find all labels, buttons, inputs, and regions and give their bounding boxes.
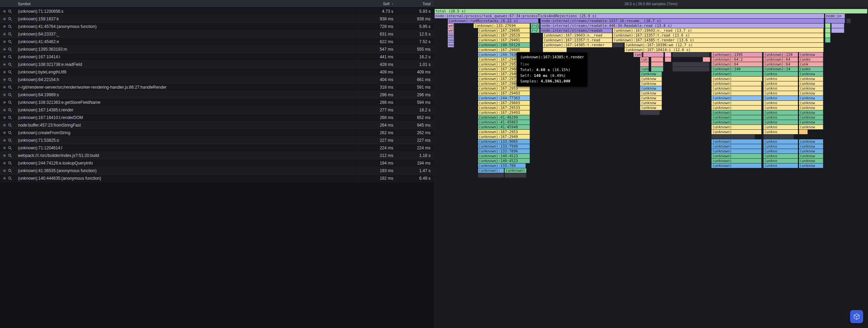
expand-icon[interactable] [2, 62, 7, 67]
flame-bar[interactable]: /~/ [531, 28, 539, 33]
flame-bar[interactable]: (unknown):167:29493 [478, 110, 530, 115]
flame-bar[interactable]: (unknown) [711, 130, 761, 134]
flame-bar[interactable]: (unknown):64 [764, 62, 798, 67]
flame-bar[interactable] [847, 19, 851, 23]
flame-bar[interactable] [825, 28, 830, 33]
flame-bar[interactable]: (unknow [799, 77, 823, 81]
flame-bar[interactable]: (unknown):167:29493 [478, 72, 530, 76]
flame-bar[interactable]: (unknown) [711, 163, 761, 168]
expand-icon[interactable] [2, 153, 7, 158]
flame-bar[interactable]: (unknown):167:14385:t.render [543, 43, 612, 47]
flame-bar[interactable]: node [448, 38, 454, 42]
flame-bar[interactable]: (unknown):167:29605 [478, 67, 530, 71]
flame-bar[interactable] [651, 57, 663, 62]
flame-bar[interactable]: (unk [799, 62, 823, 67]
expand-icon[interactable] [2, 176, 7, 181]
flame-bar[interactable]: (unknow [640, 91, 662, 96]
table-row[interactable]: (unknown):41:45462:e 622 ms 7.52 s [0, 38, 434, 46]
flame-bar[interactable]: (unknown):167:29519 [478, 33, 530, 38]
table-row[interactable]: (unknown):108:321738:e.readField 428 ms … [0, 61, 434, 68]
flame-bar[interactable] [703, 57, 710, 62]
search-icon[interactable] [8, 100, 12, 105]
expand-icon[interactable] [2, 85, 7, 90]
search-icon[interactable] [8, 39, 12, 44]
flame-bar[interactable]: (unknown): [505, 168, 526, 173]
search-icon[interactable] [8, 92, 12, 97]
search-icon[interactable] [8, 153, 12, 158]
flame-bar[interactable]: webpac [448, 23, 454, 28]
flame-bar[interactable]: (unknown) [711, 96, 761, 100]
col-self[interactable]: Self ↓ [358, 2, 396, 6]
flame-bar[interactable]: (unkno [764, 72, 798, 76]
flame-bar[interactable]: (unkno [764, 120, 798, 125]
flame-bar[interactable]: (unknown):133:789 [478, 163, 526, 168]
search-icon[interactable] [8, 85, 12, 90]
expand-icon[interactable] [2, 47, 7, 52]
flame-bar[interactable]: (unknown):167:29519 [478, 62, 530, 67]
flame-bar[interactable]: (unknown): [478, 168, 504, 173]
search-icon[interactable] [8, 47, 12, 52]
flame-bar[interactable]: node:internal/streams/readable:446:34:Re… [541, 23, 824, 28]
expand-icon[interactable] [2, 77, 7, 82]
flame-bar[interactable]: (unknown):167:2949 [478, 135, 530, 139]
flame-bar[interactable]: (unknow [799, 144, 823, 149]
flame-bar[interactable]: (unknown):167:29603 [478, 101, 530, 105]
flame-bar[interactable]: (unkn [640, 67, 649, 71]
search-icon[interactable] [8, 54, 12, 59]
flame-bar[interactable]: (unknown):runMicrotasks (6.22 s) [448, 19, 539, 23]
table-row[interactable]: (unknown):41:45784:(anonymous function) … [0, 23, 434, 30]
flame-bar[interactable] [711, 135, 755, 139]
flame-bar[interactable]: (unknown) [711, 125, 761, 129]
expand-icon[interactable] [2, 168, 7, 173]
search-icon[interactable] [8, 146, 12, 150]
flame-bar[interactable]: (unknown):167:2953 [478, 130, 530, 134]
flame-bar[interactable]: (unknown):41:46299 [478, 115, 530, 120]
flame-bar[interactable]: node [448, 43, 454, 47]
table-body[interactable]: (unknown):71:1200656:s 4.73 s 5.93 s (un… [0, 8, 434, 328]
flame-bar[interactable]: (unkno [764, 81, 798, 86]
table-row[interactable]: (unknown):64:22154:h 404 ms 661 ms [0, 76, 434, 83]
flame-bar[interactable]: (unknown):244:77363 [478, 96, 530, 100]
table-row[interactable]: (unknown):167:14385:t.render 277 ms 18.2… [0, 106, 434, 114]
table-row[interactable]: (unknown):159:1637:k 938 ms 938 ms [0, 15, 434, 23]
flame-bar[interactable]: (unknown):167:29493 [478, 91, 530, 96]
flame-bar[interactable]: (unknow [799, 139, 823, 144]
expand-icon[interactable] [2, 54, 7, 59]
flame-bar[interactable]: (unkno [764, 163, 798, 168]
flame-bar[interactable]: (unkno [764, 139, 798, 144]
table-row[interactable]: (unknown):64:23337:_ 631 ms 12.5 s [0, 30, 434, 38]
flame-bar[interactable] [478, 173, 504, 178]
flame-bar[interactable] [825, 38, 830, 42]
table-row[interactable]: (unknown):244:74126:e.lookupQueryInfo 19… [0, 159, 434, 167]
flame-bar[interactable]: (unkn [799, 67, 823, 71]
flame-bar[interactable] [673, 62, 709, 67]
flame-bar[interactable]: (unknown):167:14385:t.render (13.6 s) [613, 38, 824, 42]
flame-bar[interactable]: /~/gi [531, 23, 539, 28]
flame-bar[interactable]: (unkno [764, 154, 798, 158]
flame-bar[interactable] [651, 62, 663, 67]
table-row[interactable]: (unknown):64:19989:s 296 ms 296 ms [0, 91, 434, 99]
flame-bar[interactable] [651, 67, 663, 71]
flame-bar[interactable]: (unknown):167:29533 [478, 106, 530, 110]
flame-bar[interactable]: (unknown):133:9065 [478, 139, 530, 144]
flame-bar[interactable]: (unknow [640, 101, 662, 105]
flame-bar[interactable]: (unknown):167:29491 [478, 38, 530, 42]
flame-bar[interactable]: (unknow [799, 159, 823, 163]
flame-bar[interactable]: (unknown):64 [711, 62, 762, 67]
flame-bar[interactable]: (unknown):167:13357:t.read (13.6 s) [613, 33, 824, 38]
flame-bar[interactable]: (unknown) [711, 149, 761, 153]
search-icon[interactable] [8, 24, 12, 29]
expand-icon[interactable] [2, 100, 7, 105]
flame-bar[interactable] [831, 23, 845, 28]
flame-bar[interactable] [764, 135, 794, 139]
flame-bar[interactable]: (unkno [764, 96, 798, 100]
flame-bar[interactable]: (unknow [640, 81, 662, 86]
flame-bar[interactable]: (unknown):133:7896 [478, 149, 530, 153]
flame-bar[interactable]: (unknown):14 [764, 67, 798, 71]
flame-bar[interactable] [799, 130, 808, 134]
flame-bar[interactable]: (unknown):167:13357:t.read [543, 38, 612, 42]
flame-bar[interactable]: (unknow [799, 91, 823, 96]
flame-bar[interactable]: (unknow [799, 110, 823, 115]
flame-bar[interactable]: webp [448, 28, 454, 33]
flame-bar[interactable]: (unknown):1395 [711, 52, 762, 57]
